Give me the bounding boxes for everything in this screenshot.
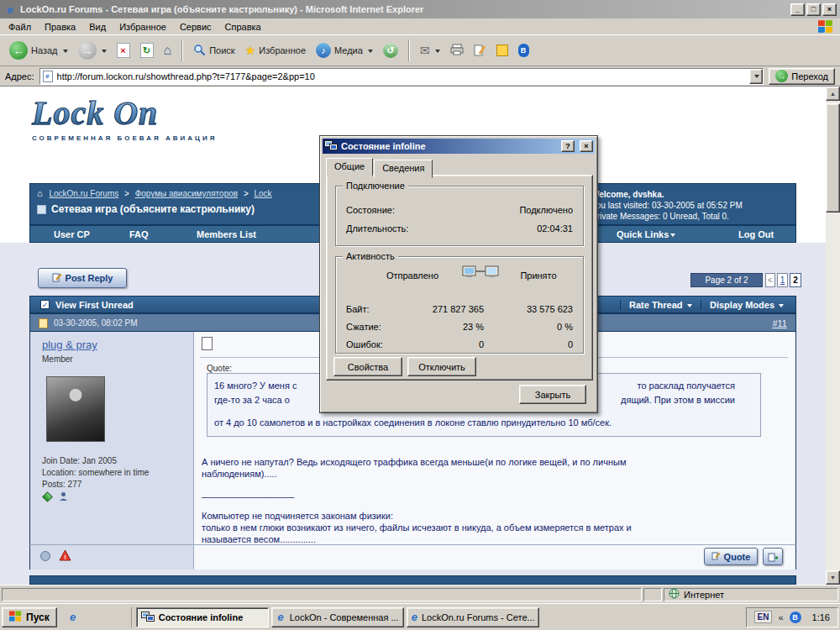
task-ie-icon: e: [412, 611, 417, 624]
page-prev-button[interactable]: <: [765, 273, 775, 287]
menu-help[interactable]: Справка: [218, 19, 268, 34]
post-number-link[interactable]: #11: [772, 318, 787, 328]
rate-thread-caret: [687, 304, 692, 310]
page-1-link[interactable]: 1: [777, 273, 788, 287]
favorites-button[interactable]: ★ Избранное: [241, 42, 310, 59]
nav-faq[interactable]: FAQ: [129, 229, 149, 239]
bluetooth-button[interactable]: B: [514, 41, 533, 60]
forward-icon: →: [78, 41, 97, 60]
username-link[interactable]: plug & pray: [42, 339, 97, 351]
page-2-current[interactable]: 2: [790, 273, 801, 287]
edit-button[interactable]: [470, 41, 491, 60]
minimize-button[interactable]: _: [790, 3, 805, 16]
search-label: Поиск: [209, 45, 234, 55]
forward-dropdown-caret[interactable]: [102, 50, 107, 55]
sent-header: Отправлено: [366, 270, 459, 281]
forum-logo: Lock On СОВРЕМЕННАЯ БОЕВАЯ АВИАЦИЯ: [32, 93, 217, 142]
media-button[interactable]: ♪ Медиа: [312, 40, 377, 60]
vertical-scrollbar[interactable]: ▲ ▼: [826, 87, 840, 585]
report-post-icon[interactable]: !: [59, 549, 71, 563]
quote-button[interactable]: Quote: [704, 548, 758, 565]
activity-group-label: Активность: [343, 251, 398, 261]
address-field[interactable]: e: [39, 68, 764, 85]
search-icon: [193, 44, 206, 58]
post-message-icon: [202, 337, 213, 350]
quote-line: от 4 до 10 самолетов и в настройках соед…: [214, 416, 753, 430]
tray-chevron-icon[interactable]: «: [778, 612, 783, 622]
forward-button[interactable]: →: [74, 39, 111, 62]
connection-group-label: Подключение: [343, 181, 408, 191]
go-label: Переход: [791, 71, 828, 81]
properties-button[interactable]: Свойства: [333, 357, 402, 376]
media-dropdown-caret[interactable]: [368, 50, 373, 55]
breadcrumb-link-category[interactable]: Форумы авиасимуляторов: [135, 189, 238, 198]
menu-tools[interactable]: Сервис: [173, 19, 218, 34]
messenger-button[interactable]: [492, 42, 512, 59]
nav-members-list[interactable]: Members List: [197, 229, 256, 239]
multi-quote-button[interactable]: [763, 548, 783, 565]
bluetooth-tray-icon[interactable]: B: [790, 612, 801, 623]
dialog-close-button[interactable]: ×: [580, 140, 593, 152]
user-profile-icon[interactable]: [59, 491, 68, 503]
task-lockon-forums[interactable]: e LockOn.ru Forums - Сете...: [407, 607, 539, 627]
nav-log-out[interactable]: Log Out: [738, 229, 774, 239]
first-unread-icon: ✓: [40, 300, 50, 309]
language-indicator[interactable]: EN: [754, 611, 773, 623]
dialog-help-button[interactable]: ?: [561, 140, 575, 152]
ie-quick-launch-icon[interactable]: e: [66, 611, 80, 624]
go-icon: →: [775, 70, 788, 82]
scroll-down-button[interactable]: ▼: [826, 570, 840, 585]
status-bar: Интернет: [0, 585, 840, 603]
stop-icon: ×: [117, 43, 130, 58]
go-button[interactable]: → Переход: [769, 68, 835, 85]
nav-user-cp[interactable]: User CP: [54, 229, 90, 239]
nav-quick-links[interactable]: Quick Links: [617, 229, 675, 239]
tab-general[interactable]: Общие: [326, 158, 373, 176]
view-first-unread-link[interactable]: View First Unread: [55, 300, 134, 310]
breadcrumb-link-forum[interactable]: Lock: [255, 189, 272, 198]
address-bar: Адрес: e → Переход: [0, 66, 840, 87]
task-lockon-site[interactable]: e LockOn - Современная ...: [271, 607, 404, 627]
connection-group: Подключение Состояние: Подключено Длител…: [335, 186, 584, 246]
disconnect-button[interactable]: Отключить: [407, 357, 476, 376]
signature-separator: __________________: [202, 488, 294, 498]
toolbar-separator: [408, 39, 410, 61]
menu-file[interactable]: Файл: [2, 19, 38, 34]
scroll-up-button[interactable]: ▲: [826, 87, 840, 101]
display-modes-button[interactable]: Display Modes: [701, 300, 784, 310]
post-body-line: наблюдениям).....: [202, 468, 781, 480]
close-button[interactable]: ×: [822, 3, 837, 16]
tab-details[interactable]: Сведения: [374, 160, 433, 178]
stop-button[interactable]: ×: [113, 40, 134, 60]
breadcrumb-link-forums[interactable]: LockOn.ru Forums: [49, 189, 118, 198]
url-input[interactable]: [55, 70, 750, 83]
address-dropdown-button[interactable]: [749, 69, 763, 84]
browser-titlebar: e LockOn.ru Forums - Сетевая игра (объяс…: [0, 0, 840, 18]
history-button[interactable]: ↺: [379, 40, 402, 60]
mail-button[interactable]: ✉: [416, 42, 444, 59]
infoline-status-dialog: Состояние infoline ? × Общие Сведения По…: [319, 135, 598, 413]
post-reply-button[interactable]: Post Reply: [38, 268, 127, 288]
print-button[interactable]: [446, 41, 468, 60]
search-button[interactable]: Поиск: [189, 41, 239, 60]
maximize-button[interactable]: □: [806, 3, 821, 16]
refresh-button[interactable]: ↻: [136, 40, 158, 60]
mail-dropdown-caret[interactable]: [435, 50, 440, 55]
menu-edit[interactable]: Правка: [38, 19, 82, 34]
home-button[interactable]: ⌂: [160, 41, 176, 60]
close-dialog-button[interactable]: Закрыть: [519, 385, 586, 404]
menu-bar: Файл Правка Вид Избранное Сервис Справка: [0, 18, 840, 35]
rate-thread-button[interactable]: Rate Thread: [620, 300, 692, 310]
page-count-badge: Page 2 of 2: [690, 273, 763, 287]
dialog-titlebar[interactable]: Состояние infoline ? ×: [323, 139, 595, 154]
start-button[interactable]: Пуск: [2, 607, 57, 627]
post-footer-left: [29, 544, 193, 570]
scrollbar-thumb[interactable]: [826, 103, 840, 213]
tray-clock: 1:16: [812, 612, 830, 622]
menu-favorites[interactable]: Избранное: [113, 19, 173, 34]
menu-view[interactable]: Вид: [82, 19, 113, 34]
breadcrumb-separator: >: [124, 189, 129, 198]
back-button[interactable]: ← Назад: [5, 39, 72, 62]
task-infoline-status[interactable]: Состояние infoline: [136, 607, 269, 627]
back-dropdown-caret[interactable]: [63, 50, 68, 55]
